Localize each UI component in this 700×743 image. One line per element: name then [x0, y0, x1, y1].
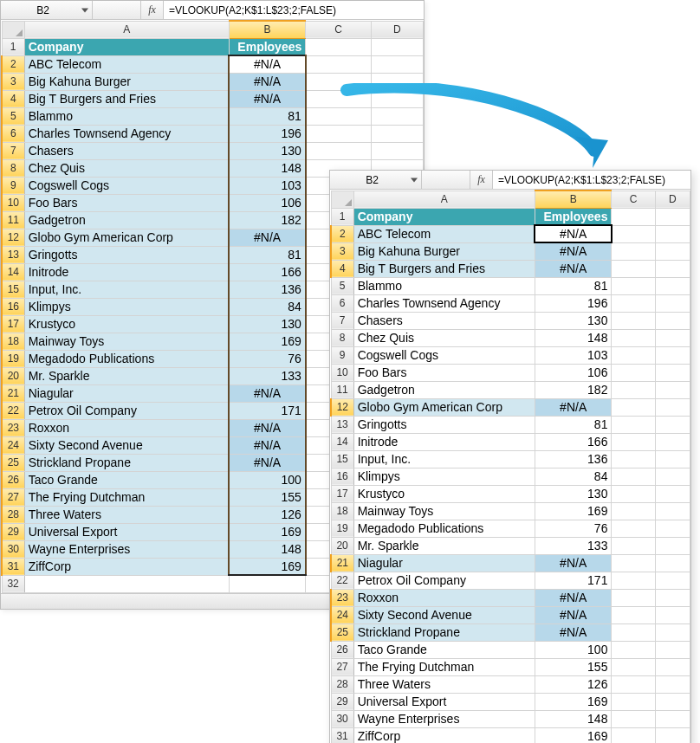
cell[interactable] — [371, 55, 423, 73]
cell-employees[interactable]: 130 — [229, 315, 305, 333]
cell[interactable] — [612, 727, 655, 743]
row-header[interactable]: 9 — [2, 177, 24, 194]
fx-icon[interactable]: fx — [470, 171, 493, 189]
cell-employees[interactable]: #N/A — [229, 419, 305, 436]
cell[interactable] — [612, 416, 655, 433]
cell-company[interactable]: Blammo — [353, 277, 535, 294]
cell[interactable] — [612, 623, 655, 641]
cell-employees[interactable]: 103 — [229, 177, 305, 194]
cell[interactable] — [612, 485, 655, 502]
cell[interactable] — [612, 589, 655, 606]
select-all-corner[interactable] — [331, 191, 353, 208]
cell-company[interactable]: Niagular — [24, 384, 229, 402]
row-header[interactable]: 9 — [331, 346, 353, 364]
row-header[interactable]: 28 — [331, 675, 353, 693]
cell-employees[interactable]: 133 — [229, 367, 305, 384]
cell-employees[interactable]: 182 — [535, 381, 612, 398]
cells-grid-front[interactable]: A B C D 1CompanyEmployees2ABC Telecom#N/… — [330, 190, 690, 743]
col-header-D[interactable]: D — [371, 21, 423, 38]
cell[interactable] — [371, 38, 423, 55]
cell[interactable] — [371, 142, 423, 159]
cell[interactable] — [306, 107, 371, 125]
cell[interactable] — [612, 294, 655, 312]
formula-input[interactable]: =VLOOKUP(A2;K$1:L$23;2;FALSE) — [164, 1, 424, 19]
row-header[interactable]: 14 — [2, 263, 24, 281]
cell[interactable] — [612, 312, 655, 329]
cell[interactable] — [655, 312, 690, 329]
cell-employees[interactable]: 148 — [535, 329, 612, 346]
row-header[interactable]: 24 — [331, 606, 353, 623]
cell-company[interactable]: Mainway Toys — [24, 333, 229, 350]
row-header[interactable]: 19 — [2, 350, 24, 367]
cell[interactable] — [655, 641, 690, 658]
col-header-C[interactable]: C — [306, 21, 371, 38]
col-header-B[interactable]: B — [229, 21, 305, 38]
row-header[interactable]: 16 — [331, 468, 353, 485]
name-box-input[interactable] — [1, 4, 92, 16]
cell[interactable] — [612, 208, 655, 225]
cell[interactable] — [371, 73, 423, 90]
cell-company[interactable]: Krustyco — [353, 485, 535, 502]
row-header[interactable]: 10 — [331, 364, 353, 381]
cell-employees[interactable]: 155 — [229, 488, 305, 506]
row-header[interactable]: 27 — [2, 488, 24, 506]
row-header[interactable]: 8 — [2, 159, 24, 177]
row-header[interactable]: 15 — [331, 450, 353, 468]
cell[interactable] — [612, 381, 655, 398]
cell-company[interactable]: Foo Bars — [24, 194, 229, 211]
cell-company[interactable]: Foo Bars — [353, 364, 535, 381]
cell-employees[interactable]: 155 — [535, 658, 612, 675]
row-header[interactable]: 2 — [331, 225, 353, 242]
row-header[interactable]: 6 — [331, 294, 353, 312]
row-header[interactable]: 31 — [331, 727, 353, 743]
cell-employees[interactable]: 103 — [535, 346, 612, 364]
cell-employees[interactable]: 196 — [229, 125, 305, 142]
cell[interactable] — [655, 693, 690, 710]
cell[interactable] — [612, 537, 655, 554]
cell-company[interactable]: Big Kahuna Burger — [24, 73, 229, 90]
cell[interactable] — [371, 90, 423, 107]
cell-employees[interactable]: 171 — [535, 572, 612, 589]
cell-company[interactable]: Krustyco — [24, 315, 229, 333]
cell-employees[interactable]: #N/A — [229, 384, 305, 402]
row-header[interactable]: 13 — [2, 246, 24, 263]
cell-employees[interactable]: #N/A — [535, 589, 612, 606]
cell-company[interactable]: Input, Inc. — [24, 281, 229, 298]
cell-company[interactable]: Chez Quis — [353, 329, 535, 346]
row-header[interactable]: 22 — [331, 572, 353, 589]
cell-company[interactable]: Chasers — [353, 312, 535, 329]
cell-employees[interactable]: 126 — [229, 506, 305, 523]
cell-company[interactable]: Globo Gym American Corp — [24, 229, 229, 246]
cell-employees[interactable]: 100 — [229, 471, 305, 488]
cell-company[interactable]: Roxxon — [24, 419, 229, 436]
cell-company[interactable]: Klimpys — [24, 298, 229, 315]
cell-employees[interactable]: 171 — [229, 402, 305, 419]
cell[interactable] — [371, 125, 423, 142]
cell-employees[interactable]: 76 — [535, 520, 612, 537]
cell[interactable] — [655, 485, 690, 502]
row-header[interactable]: 29 — [331, 693, 353, 710]
cell-employees[interactable]: 106 — [229, 194, 305, 211]
cell[interactable] — [306, 125, 371, 142]
cell-employees[interactable]: 169 — [535, 727, 612, 743]
row-header[interactable]: 12 — [2, 229, 24, 246]
row-header[interactable]: 17 — [331, 485, 353, 502]
row-header[interactable]: 3 — [331, 242, 353, 260]
cell-employees[interactable]: 169 — [229, 333, 305, 350]
cell-company[interactable]: Gringotts — [353, 416, 535, 433]
cell-company[interactable]: Klimpys — [353, 468, 535, 485]
cell-employees[interactable]: 148 — [535, 710, 612, 727]
cell-company[interactable]: Roxxon — [353, 589, 535, 606]
cell[interactable] — [655, 572, 690, 589]
cell-employees[interactable]: 130 — [535, 485, 612, 502]
row-header[interactable]: 31 — [2, 558, 24, 575]
row-header[interactable]: 32 — [2, 575, 24, 592]
row-header[interactable]: 21 — [2, 384, 24, 402]
cell-employees[interactable]: 166 — [229, 263, 305, 281]
cell-employees[interactable]: #N/A — [229, 436, 305, 454]
cell[interactable] — [229, 575, 305, 592]
row-header[interactable]: 6 — [2, 125, 24, 142]
col-header-D[interactable]: D — [655, 191, 690, 208]
cell-company[interactable]: Mr. Sparkle — [24, 367, 229, 384]
cell[interactable] — [612, 606, 655, 623]
